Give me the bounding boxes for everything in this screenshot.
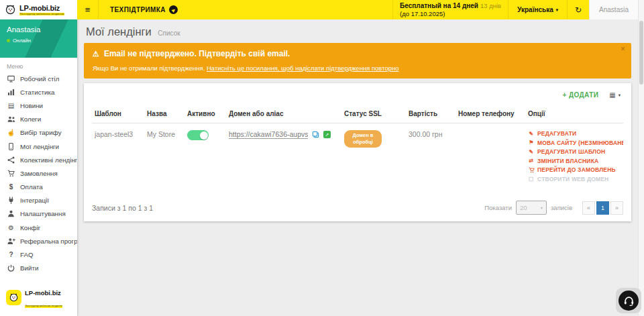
sidebar-item-settings[interactable]: Налаштування — [0, 207, 77, 221]
tech-support-link[interactable]: ТЕХПІДТРИМКА ▶ — [99, 0, 189, 19]
domain-link[interactable]: https://cakawi7636-aupvs-com-42 — [229, 130, 308, 139]
headset-icon — [619, 291, 639, 311]
sidebar-item-statistics[interactable]: Статистика — [0, 85, 77, 99]
option-edit[interactable]: ✎ РЕДАГУВАТИ — [528, 130, 621, 137]
sidebar-footer-brand[interactable]: LP-mobi.biz Конструктор мобільних лендин… — [0, 280, 77, 316]
mobile-landing-icon — [7, 143, 15, 150]
col-header-domain[interactable]: Домен або аліас — [226, 105, 341, 123]
resend-confirmation-link[interactable]: Натисніть це посилання, щоб надіслати пі… — [207, 64, 399, 72]
desktop-icon — [7, 75, 15, 83]
online-status-dot — [7, 39, 10, 42]
option-create-web-domain: ▢ СТВОРИТИ WEB ДОМЕН — [528, 176, 621, 182]
records-label: записів — [551, 204, 572, 211]
support-label: ТЕХПІДТРИМКА — [110, 6, 166, 13]
edit-icon: ✎ — [528, 131, 535, 137]
scrollbar[interactable] — [638, 0, 644, 316]
col-header-template[interactable]: Шаблон — [92, 105, 144, 123]
table-row: japan-steel3 My Store https://cakawi7636… — [92, 123, 623, 192]
trial-days-left: 13 днів — [480, 2, 501, 9]
column-visibility-button[interactable]: ▦ ▾ — [609, 91, 621, 99]
topbar-right: Бесплатный на 14 дней13 днів (до 17.10.2… — [392, 0, 638, 19]
sidebar-item-faq[interactable]: ? FAQ — [0, 248, 77, 261]
plus-icon: + — [563, 91, 567, 99]
table-header-row: Шаблон Назва Активно Домен або аліас Ста… — [92, 105, 623, 123]
external-link-icon[interactable]: ↗ — [323, 131, 331, 138]
refresh-button[interactable]: ↻ — [567, 0, 589, 19]
colleagues-icon — [7, 115, 15, 123]
chevron-down-icon: ▾ — [556, 7, 558, 13]
landings-table: Шаблон Назва Активно Домен або аліас Ста… — [92, 105, 623, 191]
topbar-username[interactable]: Anastasia — [589, 0, 638, 19]
toggle-knob — [200, 131, 208, 140]
sidebar-item-orders[interactable]: Замовлення — [0, 166, 77, 180]
gear-icon: ⚙ — [7, 224, 15, 231]
next-page-button[interactable]: » — [610, 201, 623, 215]
sidebar-item-news[interactable]: ▤ Новини — [0, 99, 77, 112]
chevron-down-icon: ▾ — [619, 93, 621, 98]
plug-icon — [7, 197, 15, 204]
tariff-hand-icon: ☝ — [7, 129, 15, 136]
grid-icon: ▦ — [609, 91, 615, 99]
brand-tagline: Конструктор мобильных лендингов — [19, 13, 64, 15]
page-1-button[interactable]: 1 — [596, 201, 609, 215]
add-landing-button[interactable]: + ДОДАТИ — [563, 91, 599, 99]
option-go-to-orders[interactable]: ПЕРЕЙТИ ДО ЗАМОВЛЕНЬ — [528, 166, 621, 173]
language-dropdown[interactable]: Українська ▾ — [508, 0, 567, 19]
show-label: Показати — [484, 204, 512, 211]
brand-name: LP-mobi.biz — [19, 4, 64, 12]
support-chat-button[interactable] — [616, 288, 641, 313]
topbar: LP-mobi.biz Конструктор мобильных лендин… — [0, 0, 638, 19]
page-icon: ▢ — [528, 176, 535, 182]
share-icon — [7, 156, 15, 164]
sidebar-item-integrations[interactable]: Інтеграції — [0, 194, 77, 207]
sidebar-item-collective-landings[interactable]: Колективні лендінги — [0, 153, 77, 166]
dollar-icon: $ — [7, 183, 15, 191]
sidebar-item-colleagues[interactable]: Колеги — [0, 113, 77, 126]
close-icon[interactable]: × — [621, 45, 625, 53]
trial-until: (до 17.10.2025) — [400, 10, 501, 18]
col-header-price[interactable]: Вартість — [406, 105, 455, 123]
sidebar-item-tariff[interactable]: ☝ Вибір тарифу — [0, 126, 77, 140]
warning-icon: ⚠ — [93, 50, 99, 58]
news-icon: ▤ — [7, 102, 15, 109]
option-edit-template[interactable]: ✎ РЕДАГУВАТИ ШАБЛОН — [528, 148, 621, 155]
pagination: « 1 » — [582, 201, 623, 215]
prev-page-button[interactable]: « — [582, 201, 595, 215]
cart-icon — [7, 170, 15, 177]
scrollbar-thumb[interactable] — [639, 21, 643, 85]
page-title: Мої лендінги — [86, 25, 152, 38]
sidebar-item-my-landings[interactable]: Мої лендінги — [0, 140, 77, 153]
table-toolbar: + ДОДАТИ ▦ ▾ — [84, 90, 631, 105]
col-header-ssl[interactable]: Статус SSL — [341, 105, 406, 123]
cell-template: japan-steel3 — [92, 123, 144, 192]
cell-phone — [455, 123, 525, 192]
alert-title-text: Email не підтверджено. Підтвердіть свій … — [104, 49, 290, 58]
alert-body-text: Якщо Ви не отримали підтвердження. — [93, 64, 205, 72]
menu-section-label: Меню — [0, 58, 77, 72]
person-plus-icon — [7, 238, 15, 245]
table-footer: Записи з 1 по 1 з 1 Показати 20 ▾ записі… — [84, 191, 631, 217]
sidebar-item-logout[interactable]: Вийти — [0, 262, 77, 275]
sidebar-toggle-button[interactable]: ≡ — [77, 0, 99, 19]
sidebar-item-referral[interactable]: Реферальна програма — [0, 234, 77, 248]
copy-icon[interactable] — [312, 131, 319, 138]
sidebar-item-payment[interactable]: $ Оплата — [0, 180, 77, 194]
sidebar-item-config[interactable]: ⚙ Конфіг — [0, 221, 77, 234]
active-toggle[interactable] — [187, 130, 209, 140]
sidebar-item-desktop[interactable]: Робочий стіл — [0, 72, 77, 85]
dog-logo-icon — [5, 5, 16, 15]
col-header-phone[interactable]: Номер телефону — [455, 105, 525, 123]
col-header-name[interactable]: Назва — [144, 105, 184, 123]
sidebar-username: Anastasia — [7, 25, 70, 34]
main-content: Мої лендінги Список ⚠ Email не підтвердж… — [77, 19, 638, 316]
col-header-active[interactable]: Активно — [184, 105, 226, 123]
refresh-icon: ↻ — [575, 5, 582, 15]
option-site-language[interactable]: ⚑ МОВА САЙТУ (НЕЗМІНЮВАНЕ) — [528, 140, 621, 146]
per-page-select[interactable]: 20 ▾ — [516, 201, 547, 215]
col-header-options[interactable]: Опції — [525, 105, 623, 123]
brand-logo[interactable]: LP-mobi.biz Конструктор мобильных лендин… — [0, 0, 77, 19]
cell-price: 300.00 грн — [406, 123, 455, 192]
sidebar-menu: Робочий стіл Статистика ▤ Новини Колеги … — [0, 72, 77, 280]
records-info: Записи з 1 по 1 з 1 — [92, 204, 153, 212]
option-change-owner[interactable]: ⇄ ЗМІНИТИ ВЛАСНИКА — [528, 158, 621, 164]
